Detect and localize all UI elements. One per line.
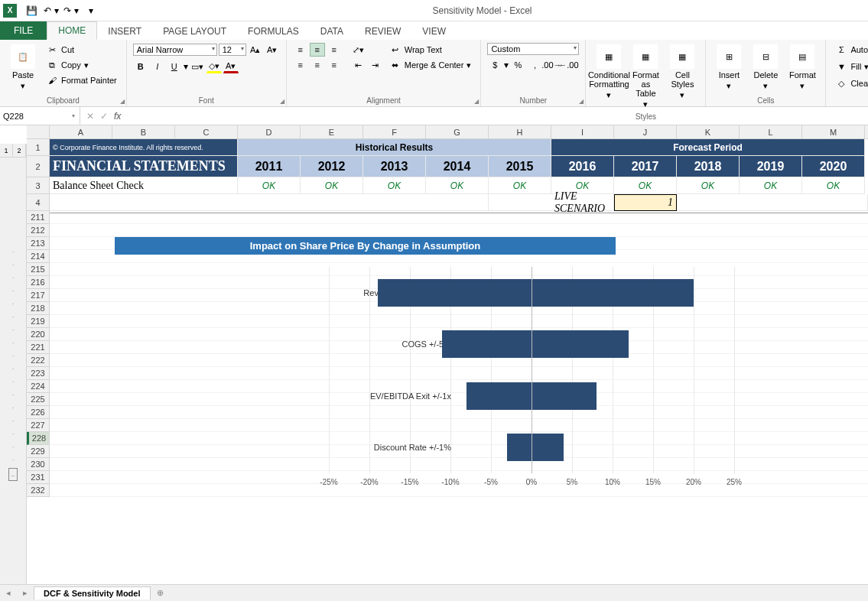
save-button[interactable]: 💾 (23, 2, 40, 19)
row-header[interactable]: 2 (27, 156, 50, 177)
italic-button[interactable]: I (150, 60, 165, 73)
year-cell[interactable]: 2011 (238, 156, 301, 177)
delete-cells-button[interactable]: ⊟Delete▾ (749, 43, 782, 95)
sheet-nav-next[interactable]: ▸ (17, 588, 34, 598)
column-header[interactable]: E (301, 125, 363, 138)
enter-formula-icon[interactable]: ✓ (100, 111, 108, 122)
column-header[interactable]: A (50, 125, 112, 138)
year-cell[interactable]: 2013 (363, 156, 426, 177)
column-header[interactable]: L (740, 125, 802, 138)
column-header[interactable]: C (175, 125, 238, 138)
year-cell[interactable]: 2017 (614, 156, 677, 177)
align-top[interactable]: ≡ (293, 43, 308, 57)
decrease-decimal[interactable]: ←.00 (561, 58, 576, 72)
paste-button[interactable]: 📋 Paste ▾ (6, 43, 40, 95)
tab-data[interactable]: DATA (310, 23, 354, 40)
undo-button[interactable]: ↶ ▾ (43, 2, 60, 19)
ok-cell[interactable]: OK (301, 177, 363, 194)
tab-insert[interactable]: INSERT (97, 23, 152, 40)
align-center[interactable]: ≡ (310, 58, 325, 72)
font-size-select[interactable]: 12 (219, 44, 246, 56)
year-cell[interactable]: 2016 (551, 156, 614, 177)
tab-formulas[interactable]: FORMULAS (237, 23, 310, 40)
row-header[interactable]: 232 (27, 484, 50, 497)
row-header[interactable]: 230 (27, 458, 50, 471)
tab-file[interactable]: FILE (0, 21, 47, 40)
ok-cell[interactable]: OK (802, 177, 865, 194)
outline-dot[interactable]: · (0, 245, 26, 258)
redo-button[interactable]: ↷ ▾ (63, 2, 80, 19)
sheet-tab-active[interactable]: DCF & Sensitivity Model (34, 586, 151, 599)
align-bottom[interactable]: ≡ (327, 43, 342, 57)
cancel-formula-icon[interactable]: ✕ (86, 111, 94, 122)
row-header[interactable]: 222 (27, 354, 50, 367)
statements-title[interactable]: FINANCIAL STATEMENTS (50, 156, 238, 177)
font-family-select[interactable]: Arial Narrow (133, 44, 217, 56)
row-header[interactable]: 227 (27, 419, 50, 432)
format-cells-button[interactable]: ▤Format▾ (785, 43, 819, 95)
row-header[interactable]: 226 (27, 406, 50, 419)
fx-icon[interactable]: fx (114, 111, 121, 122)
column-header[interactable]: M (802, 125, 865, 138)
autosum-button[interactable]: ΣAuto (832, 43, 868, 57)
comma-button[interactable]: , (527, 58, 542, 72)
font-color-button[interactable]: A▾ (223, 60, 239, 73)
bold-button[interactable]: B (133, 60, 148, 73)
tab-page-layout[interactable]: PAGE LAYOUT (152, 23, 237, 40)
name-box[interactable]: Q228 (0, 107, 80, 125)
row-header[interactable]: 4 (27, 194, 50, 211)
row-header[interactable]: 214 (27, 250, 50, 263)
ok-cell[interactable]: OK (238, 177, 301, 194)
number-format-select[interactable]: Custom (487, 43, 579, 55)
row-header[interactable]: 219 (27, 315, 50, 328)
increase-indent[interactable]: ⇥ (368, 58, 383, 72)
column-header[interactable]: G (426, 125, 489, 138)
select-all-corner[interactable] (27, 125, 50, 138)
year-cell[interactable]: 2015 (489, 156, 551, 177)
column-header[interactable]: H (489, 125, 551, 138)
tab-view[interactable]: VIEW (411, 23, 457, 40)
decrease-indent[interactable]: ⇤ (351, 58, 366, 72)
row-header[interactable]: 213 (27, 237, 50, 250)
alignment-launcher[interactable]: ◢ (474, 98, 479, 105)
percent-button[interactable]: % (510, 58, 525, 72)
bs-check-label[interactable]: Balance Sheet Check (50, 177, 238, 194)
row-header[interactable]: 218 (27, 302, 50, 315)
ok-cell[interactable]: OK (363, 177, 426, 194)
ok-cell[interactable]: OK (426, 177, 489, 194)
increase-decimal[interactable]: .00→ (544, 58, 559, 72)
row-header[interactable]: 221 (27, 341, 50, 354)
copy-button[interactable]: ⧉Copy ▾ (43, 58, 120, 72)
format-painter-button[interactable]: 🖌Format Painter (43, 73, 120, 87)
ok-cell[interactable]: OK (614, 177, 677, 194)
historical-header[interactable]: Historical Results (238, 139, 551, 156)
currency-button[interactable]: $ (487, 58, 502, 72)
row-header[interactable]: 229 (27, 445, 50, 458)
ok-cell[interactable]: OK (677, 177, 740, 194)
row-header[interactable]: 3 (27, 177, 50, 194)
column-header[interactable]: K (677, 125, 740, 138)
align-left[interactable]: ≡ (293, 58, 308, 72)
wrap-text-button[interactable]: ↩Wrap Text (386, 43, 475, 57)
grid[interactable]: ABCDEFGHIJKLM 1 © Corporate Finance Inst… (27, 125, 868, 584)
number-launcher[interactable]: ◢ (579, 98, 584, 105)
column-header[interactable]: F (363, 125, 426, 138)
row-header[interactable]: 225 (27, 393, 50, 406)
insert-cells-button[interactable]: ⊞Insert▾ (712, 43, 746, 95)
year-cell[interactable]: 2012 (301, 156, 363, 177)
row-header[interactable]: 224 (27, 380, 50, 393)
outline-level-1[interactable]: 1 (0, 144, 13, 157)
column-header[interactable]: I (551, 125, 614, 138)
format-as-table-button[interactable]: ▦Format as Table▾ (629, 43, 662, 111)
row-header[interactable]: 216 (27, 276, 50, 289)
worksheet-body[interactable]: 2112122132142152162172182192202212222232… (27, 211, 868, 497)
year-cell[interactable]: 2020 (802, 156, 865, 177)
scenario-value[interactable]: 1 (614, 194, 677, 211)
cut-button[interactable]: ✂Cut (43, 43, 120, 57)
year-cell[interactable]: 2018 (677, 156, 740, 177)
decrease-font-button[interactable]: A▾ (265, 43, 280, 57)
align-middle[interactable]: ≡ (310, 43, 325, 57)
scenario-label2[interactable]: LIVE SCENARIO (551, 194, 614, 211)
column-header[interactable]: J (614, 125, 677, 138)
formula-input[interactable] (127, 107, 868, 125)
